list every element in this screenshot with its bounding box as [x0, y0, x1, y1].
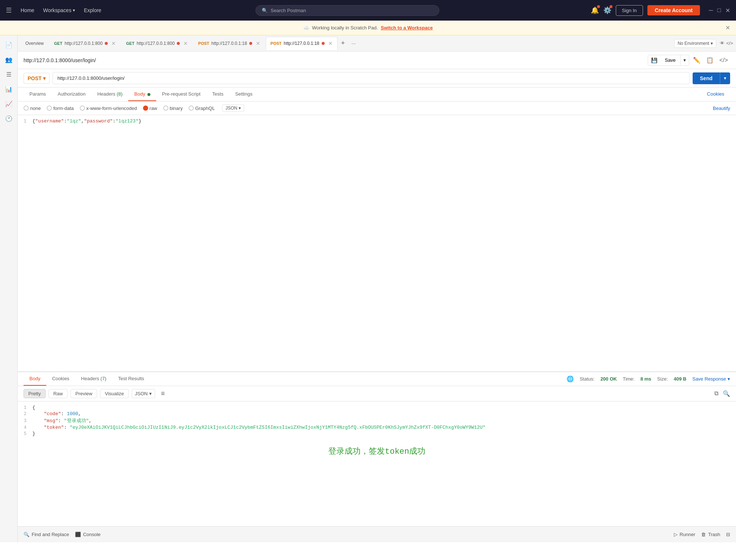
tab-get-1-dot [105, 42, 108, 45]
cloud-icon: ☁️ [303, 25, 309, 31]
search-response-icon[interactable]: 🔍 [723, 390, 730, 397]
menu-icon[interactable]: ☰ [6, 6, 12, 14]
body-option-none[interactable]: none [24, 106, 41, 111]
environment-selector[interactable]: No Environment ▾ [674, 39, 716, 48]
nav-explore[interactable]: Explore [81, 6, 104, 15]
save-resp-arrow-icon: ▾ [728, 376, 730, 382]
tab-get-1[interactable]: GET http://127.0.0.1:800 ✕ [49, 37, 121, 50]
request-body-editor[interactable]: 1 {"username":"lqz","password":"lqz123"} [18, 115, 736, 372]
sidebar-icon-collections[interactable]: 👥 [2, 53, 15, 66]
req-tab-params[interactable]: Params [24, 88, 52, 101]
filter-icon[interactable]: ≡ [161, 390, 165, 397]
trash-action[interactable]: 🗑 Trash [701, 532, 720, 537]
format-visualize-button[interactable]: Visualize [100, 389, 129, 398]
body-option-raw[interactable]: raw [143, 106, 157, 111]
notifications-icon[interactable]: 🔔 [591, 6, 599, 14]
save-arrow-icon[interactable]: ▾ [680, 55, 689, 65]
method-selector[interactable]: POST ▾ [24, 73, 50, 84]
runner-icon: ▷ [674, 532, 678, 537]
resp-line-4: 4 "token": "eyJ0eXAiOiJKV1QiLCJhbGciOiJI… [18, 424, 736, 431]
eye-icon[interactable]: 👁 [720, 40, 725, 46]
send-button[interactable]: Send [693, 72, 720, 84]
layout-columns-icon: ⊟ [726, 532, 730, 537]
save-button[interactable]: Save [660, 55, 680, 65]
tab-get-2[interactable]: GET http://127.0.0.1:800 ✕ [121, 37, 193, 50]
layout-icon[interactable]: ⊟ [726, 532, 730, 537]
tab-add-button[interactable]: + [338, 38, 348, 49]
resp-tab-headers[interactable]: Headers (7) [75, 372, 112, 386]
json-type-selector[interactable]: JSON ▾ [222, 104, 244, 112]
body-option-binary[interactable]: binary [163, 106, 183, 111]
resp-tab-cookies[interactable]: Cookies [46, 372, 75, 386]
time-value: 8 ms [640, 376, 651, 382]
tab-more-button[interactable]: ··· [349, 39, 359, 48]
runner-action[interactable]: ▷ Runner [674, 532, 696, 537]
req-tab-settings[interactable]: Settings [229, 88, 258, 101]
req-tab-body[interactable]: Body [128, 88, 156, 101]
maximize-icon[interactable]: □ [717, 7, 721, 14]
edit-icon[interactable]: ✏️ [691, 54, 703, 66]
format-raw-button[interactable]: Raw [49, 389, 68, 398]
banner-close-icon[interactable]: ✕ [725, 24, 730, 31]
resp-tab-body[interactable]: Body [24, 372, 46, 386]
req-tab-cookies[interactable]: Cookies [701, 88, 730, 101]
banner: ☁️ Working locally in Scratch Pad. Switc… [0, 21, 736, 35]
env-arrow-icon: ▾ [711, 41, 713, 46]
topbar-search: 🔍 Search Postman [110, 5, 585, 16]
nav-home[interactable]: Home [18, 6, 37, 15]
copy-response-icon[interactable]: ⧉ [714, 390, 718, 397]
format-preview-button[interactable]: Preview [71, 389, 97, 398]
close-icon[interactable]: ✕ [725, 7, 730, 14]
nav-workspaces[interactable]: Workspaces ▾ [40, 6, 78, 15]
tab-post-2-dot [322, 42, 325, 45]
trash-icon: 🗑 [701, 532, 706, 537]
beautify-button[interactable]: Beautify [713, 106, 730, 111]
resp-tab-test-results[interactable]: Test Results [112, 372, 150, 386]
tab-get-2-url: http://127.0.0.1:800 [137, 41, 175, 46]
req-tab-headers[interactable]: Headers (8) [92, 88, 129, 101]
sign-in-button[interactable]: Sign In [616, 5, 643, 16]
req-tab-pre-request[interactable]: Pre-request Script [156, 88, 207, 101]
trash-label: Trash [708, 532, 720, 537]
send-dropdown-button[interactable]: ▾ [720, 72, 730, 84]
find-replace-action[interactable]: 🔍 Find and Replace [24, 532, 69, 537]
tab-get-1-close[interactable]: ✕ [111, 40, 116, 46]
body-option-form-data[interactable]: form-data [47, 106, 74, 111]
send-group: Send ▾ [693, 72, 730, 84]
req-tab-tests[interactable]: Tests [206, 88, 229, 101]
banner-link[interactable]: Switch to a Workspace [381, 25, 433, 31]
create-account-button[interactable]: Create Account [647, 5, 700, 15]
sidebar-icon-history[interactable]: 📊 [2, 82, 15, 96]
sidebar-icon-environments[interactable]: ☰ [2, 68, 15, 81]
tab-post-1[interactable]: POST http://127.0.0.1:18 ✕ [193, 37, 265, 50]
tab-post-2[interactable]: POST http://127.0.0.1:18 ✕ [266, 37, 337, 50]
save-response-button[interactable]: Save Response ▾ [692, 376, 730, 382]
tab-overview[interactable]: Overview [21, 37, 49, 50]
sidebar-icon-flows[interactable]: 🕐 [2, 112, 15, 125]
url-input[interactable] [53, 72, 690, 84]
response-panel: Body Cookies Headers (7) Test Results 🌐 … [18, 372, 736, 526]
req-tab-authorization[interactable]: Authorization [52, 88, 92, 101]
tab-get-2-close[interactable]: ✕ [183, 40, 188, 46]
tab-post-2-close[interactable]: ✕ [328, 40, 333, 46]
console-action[interactable]: ⬛ Console [75, 532, 101, 537]
body-option-graphql[interactable]: GraphQL [189, 106, 215, 111]
body-option-urlencoded[interactable]: x-www-form-urlencoded [80, 106, 137, 111]
tab-post-1-close[interactable]: ✕ [256, 40, 260, 46]
sidebar-icon-mock[interactable]: 📈 [2, 97, 15, 110]
topbar: ☰ Home Workspaces ▾ Explore 🔍 Search Pos… [0, 0, 736, 21]
copy-icon[interactable]: 📋 [704, 54, 716, 66]
radio-raw-dot [143, 106, 148, 111]
code-snippet-icon[interactable]: </> [717, 55, 730, 66]
radio-binary-dot [163, 106, 168, 111]
format-pretty-button[interactable]: Pretty [24, 389, 46, 398]
settings-icon[interactable]: ⚙️ [603, 6, 611, 14]
resp-json-selector[interactable]: JSON ▾ [132, 389, 155, 398]
status-label: Status: [580, 376, 594, 382]
sidebar-icon-new[interactable]: 📄 [2, 38, 15, 51]
topbar-nav: Home Workspaces ▾ Explore [18, 6, 104, 15]
tab-get-1-method: GET [54, 41, 62, 46]
code-icon[interactable]: </> [726, 40, 733, 46]
minimize-icon[interactable]: ─ [709, 7, 713, 14]
search-box[interactable]: 🔍 Search Postman [256, 5, 439, 16]
